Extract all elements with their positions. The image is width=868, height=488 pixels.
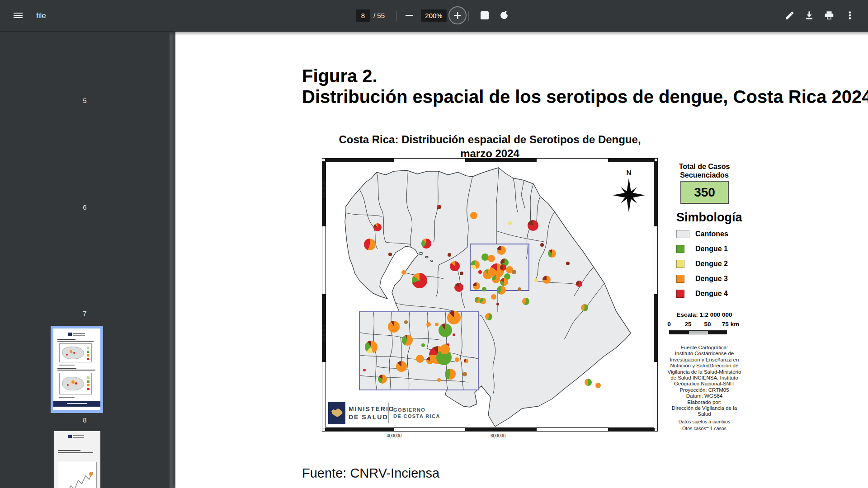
pie-marker (566, 262, 570, 265)
pie-marker (585, 379, 592, 386)
axis-label-bottom-right: 600000 (491, 433, 505, 438)
figure-heading-line2: Distribución espacial de los serotipos d… (302, 86, 868, 107)
toolbar-divider (468, 11, 469, 21)
page-top-shadow (170, 31, 868, 36)
pie-marker (576, 281, 582, 287)
scale-bar (669, 330, 727, 334)
figure-heading-line1: Figura 2. (302, 66, 868, 86)
pie-marker (508, 221, 512, 225)
thumb-map-1 (59, 343, 92, 362)
total-cases-value: 350 (680, 181, 729, 204)
thumb-logo (68, 333, 72, 336)
document-title: file (36, 0, 46, 31)
print-icon[interactable] (819, 5, 839, 25)
legend-swatch (676, 275, 684, 283)
thumbnail-page-9[interactable] (54, 431, 100, 488)
fit-to-page-icon[interactable] (475, 5, 495, 25)
pie-marker (396, 361, 407, 372)
scale-tick: 25 (684, 321, 691, 328)
thumbnail-sidebar: 567 (0, 31, 170, 488)
credit-line: Salud (665, 411, 744, 417)
pie-marker (421, 343, 425, 347)
pie-marker (595, 383, 601, 388)
pie-marker (540, 243, 544, 247)
pie-marker (462, 372, 467, 376)
legend-label: Dengue 1 (695, 245, 728, 253)
legend-swatch (676, 245, 684, 253)
scale-tick: 50 (704, 321, 711, 328)
toolbar-divider (396, 11, 397, 21)
pie-marker (404, 320, 408, 324)
menu-icon[interactable] (8, 5, 28, 25)
pie-marker (453, 333, 455, 336)
figure-heading: Figura 2. Distribución espacial de los s… (302, 66, 868, 107)
pie-marker (437, 378, 441, 382)
more-options-icon[interactable] (840, 5, 860, 25)
pie-marker (470, 212, 477, 219)
map-title: Costa Rica: Distribución espacial de Ser… (322, 132, 658, 160)
pie-marker (471, 260, 480, 269)
pie-marker (500, 264, 506, 271)
download-icon[interactable] (799, 5, 819, 25)
zoom-out-button[interactable] (399, 5, 419, 25)
total-cases-title: Total de CasosSecuenciados (665, 162, 744, 179)
pie-marker (480, 298, 486, 304)
pie-marker (488, 255, 495, 262)
legend-title: Simbología (676, 211, 742, 225)
thumb-chart (58, 462, 97, 488)
pie-marker (378, 375, 387, 384)
pie-marker (364, 239, 376, 250)
page-number-input[interactable] (356, 9, 370, 22)
pie-marker (388, 253, 392, 256)
page-count-label: / 55 (373, 0, 385, 31)
serotype-pie-markers (322, 159, 658, 432)
pie-marker (581, 304, 588, 311)
pie-marker (365, 341, 377, 353)
scale-tick-labels: 0255075 km (669, 321, 731, 328)
credit-line: Geógrafico Nacional-SNIT (665, 381, 744, 387)
pie-marker (445, 369, 456, 380)
thumb-map-2 (59, 373, 92, 394)
scale-tick: 75 km (722, 321, 739, 328)
scale-tick: 0 (667, 321, 671, 328)
pie-marker (401, 270, 406, 275)
legend-item: Dengue 2 (676, 260, 728, 268)
pie-marker (528, 220, 538, 231)
pie-marker (448, 253, 451, 257)
pie-marker (497, 246, 506, 255)
pie-marker (482, 287, 486, 291)
credit-line: Dirección de Vigilancia de la (665, 405, 744, 411)
page-label-current: 8 (0, 416, 170, 424)
zoom-level-value[interactable]: 200% (421, 9, 447, 22)
pie-marker (497, 286, 506, 295)
pie-marker (478, 270, 482, 274)
pie-marker (500, 278, 508, 286)
legend-item: Cantones (676, 230, 728, 238)
pie-marker (388, 321, 400, 333)
credit-line: Investigación y Enseñanza en (665, 357, 744, 363)
credit-line: Datum: WGS84 (665, 393, 744, 399)
zoom-in-button[interactable] (448, 5, 467, 25)
legend-swatch (676, 260, 684, 268)
cartographic-credits: Fuente Cartográfica:Instituto Costarrice… (665, 345, 744, 418)
pie-marker (464, 359, 468, 363)
scale-title: Escala: 1:2 000 000 (665, 311, 744, 318)
page-label: 5 (0, 97, 170, 104)
credit-line: Vigilancia de la Salud-Ministerio (665, 369, 744, 375)
page-label: 7 (0, 310, 170, 317)
annotate-icon[interactable] (780, 5, 800, 25)
pie-marker (460, 272, 463, 275)
pie-marker (454, 283, 463, 292)
pie-marker (485, 313, 492, 320)
rotate-icon[interactable] (494, 5, 514, 25)
pie-marker (440, 344, 450, 354)
pie-marker (473, 282, 480, 290)
pie-marker (402, 335, 413, 346)
credit-line: Fuente Cartográfica: (665, 345, 744, 351)
pie-marker (534, 278, 538, 282)
pie-marker (435, 323, 439, 326)
pie-marker (447, 311, 461, 324)
thumbnail-page-8[interactable] (51, 326, 103, 413)
pie-marker (483, 269, 493, 279)
note-line: Datos sujetos a cambios (665, 418, 744, 425)
